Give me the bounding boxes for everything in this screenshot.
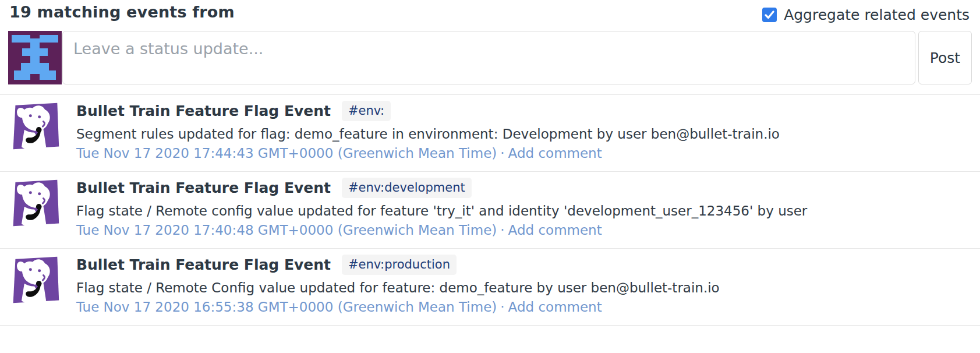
event-title: Bullet Train Feature Flag Event (76, 103, 331, 119)
add-comment-link[interactable]: Add comment (508, 146, 602, 161)
aggregate-label: Aggregate related events (784, 6, 970, 23)
user-identicon-avatar (8, 31, 62, 84)
datadog-dog-logo-icon (8, 177, 62, 231)
status-composer: Post (8, 31, 972, 84)
page-title: 19 matching events from (9, 3, 235, 21)
aggregate-toggle[interactable]: Aggregate related events (762, 6, 970, 23)
add-comment-link[interactable]: Add comment (508, 223, 602, 238)
datadog-dog-logo-icon (8, 254, 62, 308)
event-description: Flag state / Remote config value updated… (76, 203, 807, 218)
status-update-input[interactable] (62, 31, 915, 84)
event-meta: Tue Nov 17 2020 17:44:43 GMT+0000 (Green… (76, 146, 780, 161)
event-title: Bullet Train Feature Flag Event (76, 179, 331, 196)
event-description: Segment rules updated for flag: demo_fea… (76, 126, 780, 142)
event-description: Flag state / Remote Config value updated… (76, 280, 720, 295)
event-row: Bullet Train Feature Flag Event #env:pro… (0, 249, 980, 326)
event-tag-badge[interactable]: #env:production (342, 255, 457, 275)
post-button[interactable]: Post (918, 31, 972, 84)
event-timestamp-link[interactable]: Tue Nov 17 2020 17:40:48 GMT+0000 (Green… (76, 223, 497, 238)
meta-separator: · (500, 299, 504, 315)
event-body: Bullet Train Feature Flag Event #env:dev… (76, 177, 807, 238)
check-icon (765, 10, 774, 20)
datadog-dog-logo-icon (8, 100, 62, 154)
event-row: Bullet Train Feature Flag Event #env:dev… (0, 172, 980, 249)
event-timestamp-link[interactable]: Tue Nov 17 2020 16:55:38 GMT+0000 (Green… (76, 299, 497, 315)
events-list: Bullet Train Feature Flag Event #env: Se… (0, 94, 980, 326)
event-tag-badge[interactable]: #env:development (342, 178, 472, 198)
event-row: Bullet Train Feature Flag Event #env: Se… (0, 95, 980, 172)
add-comment-link[interactable]: Add comment (508, 299, 602, 315)
meta-separator: · (500, 223, 504, 238)
event-body: Bullet Train Feature Flag Event #env:pro… (76, 254, 720, 315)
event-meta: Tue Nov 17 2020 16:55:38 GMT+0000 (Green… (76, 299, 720, 315)
event-meta: Tue Nov 17 2020 17:40:48 GMT+0000 (Green… (76, 223, 807, 238)
header: 19 matching events from Aggregate relate… (0, 0, 980, 23)
event-title: Bullet Train Feature Flag Event (76, 256, 331, 273)
meta-separator: · (500, 146, 504, 161)
event-timestamp-link[interactable]: Tue Nov 17 2020 17:44:43 GMT+0000 (Green… (76, 146, 497, 161)
event-body: Bullet Train Feature Flag Event #env: Se… (76, 100, 780, 161)
event-tag-badge[interactable]: #env: (342, 101, 391, 121)
aggregate-checkbox[interactable] (762, 8, 777, 22)
